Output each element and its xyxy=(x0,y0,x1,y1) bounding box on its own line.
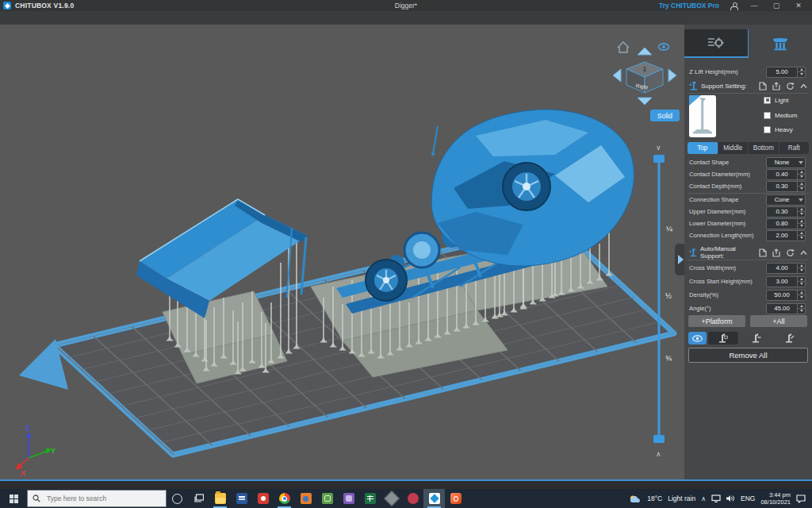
viewport-3d[interactable]: Right ∨ ∧ ¼ ½ ¾ xyxy=(0,25,684,479)
scene-canvas: Right ∨ ∧ ¼ ½ ¾ xyxy=(0,25,684,479)
paintshop-icon xyxy=(301,493,312,504)
upper-diameter-row: Upper Diameter(mm) 0.30 xyxy=(689,206,807,217)
axis-z-label: Z xyxy=(25,424,30,432)
tab-raft[interactable]: Raft xyxy=(779,142,810,154)
excel-icon xyxy=(365,493,376,504)
reset-icon[interactable] xyxy=(786,248,795,257)
start-button[interactable] xyxy=(0,489,27,508)
maximize-button[interactable]: ▢ xyxy=(771,2,782,10)
visibility-icon[interactable] xyxy=(659,44,669,50)
density-row: Density(%) 50.00 xyxy=(689,290,807,300)
try-pro-link[interactable]: Try CHITUBOX Pro xyxy=(659,2,719,10)
connection-length-input[interactable]: 2.00 xyxy=(766,230,806,241)
contact-depth-row: Contact Depth(mm) 0.30 xyxy=(689,181,807,191)
screen: { "title_bar": { "app_name": "CHITUBOX V… xyxy=(0,0,812,508)
toggle-supports-visible-button[interactable] xyxy=(688,332,707,344)
nav-cube[interactable]: Right xyxy=(613,48,676,105)
language-indicator[interactable]: ENG xyxy=(741,495,755,502)
tab-print-settings[interactable] xyxy=(684,29,749,58)
home-icon[interactable] xyxy=(618,42,629,52)
taskbar-app-green[interactable] xyxy=(316,489,338,508)
import-profile-icon[interactable] xyxy=(759,82,767,90)
add-support-mode-button[interactable] xyxy=(708,332,738,344)
tab-support-settings[interactable] xyxy=(749,29,812,58)
taskbar-app-chrome[interactable] xyxy=(274,489,295,508)
tab-bottom[interactable]: Bottom xyxy=(749,142,779,154)
reset-icon[interactable] xyxy=(786,82,795,90)
heavy-checkbox[interactable] xyxy=(764,126,771,133)
add-all-button[interactable]: +All xyxy=(750,315,807,327)
close-button[interactable]: ✕ xyxy=(793,2,804,10)
export-profile-icon[interactable] xyxy=(772,82,780,90)
density-input[interactable]: 50.00 xyxy=(766,290,806,301)
export-profile-icon[interactable] xyxy=(772,248,780,257)
contact-depth-input[interactable]: 0.30 xyxy=(766,181,806,192)
tab-middle[interactable]: Middle xyxy=(718,142,749,154)
cortana-button[interactable] xyxy=(167,489,188,508)
volume-icon[interactable] xyxy=(726,495,735,502)
spin-down-icon[interactable] xyxy=(798,71,805,77)
add-platform-button[interactable]: +Platform xyxy=(688,315,745,327)
render-mode-button[interactable]: Solid xyxy=(650,110,680,121)
taskbar-app-paintshop[interactable] xyxy=(295,489,316,508)
support-minus-icon xyxy=(752,333,761,344)
cortana-icon xyxy=(172,494,182,504)
rear-wheel xyxy=(366,260,407,301)
import-profile-icon[interactable] xyxy=(759,248,767,257)
cross-start-height-input[interactable]: 3.00 xyxy=(766,276,806,287)
system-tray: 18°C Light rain ∧ ENG 3:44 pm 08/10/2021 xyxy=(629,491,812,506)
taskbar-app-file-explorer[interactable] xyxy=(209,489,231,508)
contact-shape-select[interactable]: None xyxy=(766,157,806,168)
remove-all-button[interactable]: Remove All xyxy=(688,348,808,363)
weather-temp[interactable]: 18°C xyxy=(647,495,662,502)
task-view-button[interactable] xyxy=(188,489,209,508)
angle-input[interactable]: 45.00 xyxy=(766,303,806,314)
connection-shape-select[interactable]: Cone xyxy=(766,194,806,206)
weather-condition[interactable]: Light rain xyxy=(668,495,695,502)
support-edit-icon xyxy=(785,333,795,344)
notification-center-icon[interactable] xyxy=(796,495,806,503)
cross-width-input[interactable]: 4.00 xyxy=(766,263,806,274)
slider-bottom-handle[interactable] xyxy=(653,435,665,443)
collapse-section-icon[interactable] xyxy=(800,83,807,89)
lower-diameter-row: Lower Diameter(mm) 0.80 xyxy=(689,218,807,229)
collapse-section-icon[interactable] xyxy=(800,250,807,256)
z-lift-height-input[interactable]: 5.00 xyxy=(766,67,806,78)
purple-app-icon xyxy=(343,493,354,504)
taskbar-app-purple[interactable] xyxy=(338,489,359,508)
network-icon[interactable] xyxy=(711,495,721,502)
snagit-icon xyxy=(258,493,269,504)
slider-label-quarter: ¼ xyxy=(666,224,673,233)
tab-top[interactable]: Top xyxy=(688,142,718,154)
taskbar-app-office[interactable] xyxy=(445,489,466,508)
lower-diameter-input[interactable]: 0.80 xyxy=(766,218,806,229)
mesh-tool-icon xyxy=(384,491,400,506)
rotate-down-icon xyxy=(638,98,652,105)
cross-start-height-row: Cross Start Height(mm) 3.00 xyxy=(689,276,807,287)
delete-support-mode-button[interactable] xyxy=(741,332,772,344)
cross-width-row: Cross Width(mm) 4.00 xyxy=(689,263,807,273)
word-icon xyxy=(236,493,247,504)
panel-collapse-handle[interactable] xyxy=(675,244,684,275)
slider-top-handle[interactable] xyxy=(653,155,665,163)
account-icon[interactable] xyxy=(730,2,737,10)
taskbar-app-meshtool[interactable] xyxy=(381,489,402,508)
taskbar-app-snagit[interactable] xyxy=(252,489,274,508)
taskbar-app-excel[interactable] xyxy=(359,489,381,508)
taskbar-app-raspberry[interactable] xyxy=(402,489,423,508)
contact-diameter-input[interactable]: 0.40 xyxy=(766,169,806,180)
weather-icon[interactable] xyxy=(629,495,642,503)
slider-label-three-quarter: ¾ xyxy=(665,353,672,362)
taskbar-app-chitubox[interactable] xyxy=(423,489,445,508)
light-checkbox[interactable] xyxy=(764,97,771,104)
tray-expand-icon[interactable]: ∧ xyxy=(701,495,706,502)
taskbar-clock[interactable]: 3:44 pm 08/10/2021 xyxy=(760,491,791,506)
taskbar-search[interactable] xyxy=(27,490,167,507)
edit-support-mode-button[interactable] xyxy=(775,332,805,344)
slice-slider[interactable]: ∨ ∧ ¼ ½ ¾ xyxy=(653,144,673,458)
taskbar-app-word[interactable] xyxy=(231,489,252,508)
minimize-button[interactable]: — xyxy=(749,2,760,10)
medium-checkbox[interactable] xyxy=(764,112,771,119)
search-input[interactable] xyxy=(45,494,151,503)
upper-diameter-input[interactable]: 0.30 xyxy=(766,206,806,217)
